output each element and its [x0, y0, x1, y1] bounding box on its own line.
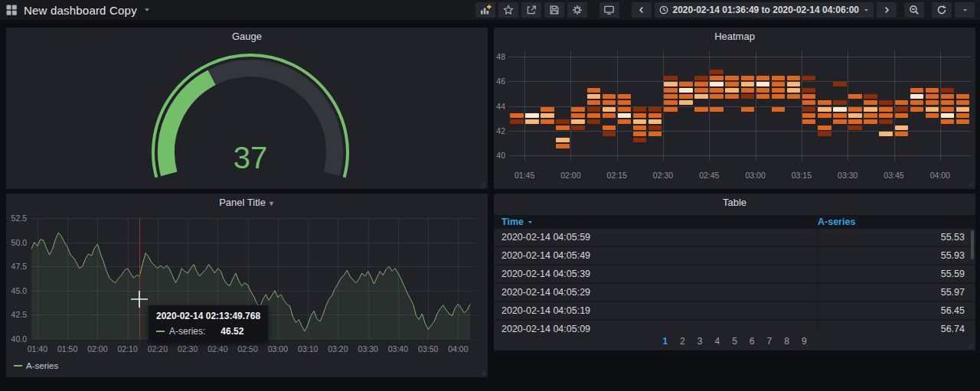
column-header-label: Time: [501, 217, 524, 227]
heatmap-cell: [833, 100, 847, 105]
panel-resize-handle[interactable]: [480, 181, 486, 187]
heatmap-cell: [587, 94, 601, 99]
heatmap-cell: [603, 94, 616, 99]
panel-title-text: Gauge: [232, 31, 262, 42]
table-scrollbar[interactable]: [971, 230, 974, 259]
chevron-down-icon[interactable]: [143, 6, 151, 14]
cell-value: 55.93: [818, 250, 975, 261]
grid-line-vertical: [524, 51, 525, 161]
dashboards-grid-icon[interactable]: [5, 4, 18, 16]
legend-color-dash: [14, 365, 22, 367]
heatmap-cell: [710, 94, 724, 99]
table-row: 2020-02-14 04:05:1956.45: [494, 302, 975, 321]
heatmap-cell: [556, 119, 570, 124]
refresh-interval-dropdown[interactable]: [955, 2, 975, 18]
x-axis-tick-label: 03:45: [880, 171, 908, 180]
table-panel: Table Time A-series 2020-02-14 04:05:595…: [494, 194, 975, 350]
zoom-out-button[interactable]: [904, 2, 924, 18]
heatmap-panel-title[interactable]: Heatmap: [494, 31, 975, 42]
timeseries-plot[interactable]: 52.550.047.545.042.540.001:4001:5002:000…: [6, 194, 488, 377]
gauge-chart[interactable]: 37: [6, 28, 488, 189]
x-axis-tick-label: 03:30: [354, 344, 382, 354]
heatmap-cell: [926, 107, 939, 112]
dashboard-title[interactable]: New dashboard Copy: [24, 4, 137, 17]
table-row: 2020-02-14 04:05:4955.93: [494, 247, 975, 266]
y-axis-tick-label: 45.0: [6, 286, 27, 295]
heatmap-cell: [895, 125, 909, 130]
table-panel-title[interactable]: Table: [494, 197, 975, 208]
y-axis-tick-label: 42.5: [6, 310, 27, 319]
heatmap-cell: [756, 94, 770, 99]
timeseries-panel-title[interactable]: Panel Title▼: [6, 197, 488, 208]
grid-line-vertical: [458, 218, 459, 339]
heatmap-cell: [603, 107, 616, 112]
heatmap-cell: [587, 107, 601, 112]
settings-gear-button[interactable]: [567, 2, 587, 18]
heatmap-cell: [756, 76, 770, 80]
heatmap-cell: [664, 88, 678, 93]
tv-mode-button[interactable]: [599, 2, 619, 18]
refresh-button[interactable]: [932, 2, 952, 18]
heatmap-cell: [648, 132, 662, 136]
heatmap-cell: [956, 94, 970, 99]
x-axis-tick-label: 03:00: [742, 171, 769, 180]
save-button[interactable]: [544, 2, 564, 18]
panel-resize-handle[interactable]: [480, 370, 486, 376]
share-button[interactable]: [521, 2, 541, 18]
legend-item-a-series[interactable]: A-series: [14, 361, 58, 370]
heatmap-cell: [603, 113, 616, 118]
add-panel-button[interactable]: [475, 2, 495, 18]
heatmap-cell: [694, 82, 708, 86]
heatmap-cell: [941, 107, 955, 112]
heatmap-cell: [694, 94, 708, 99]
star-button[interactable]: [498, 2, 518, 18]
page-number-6[interactable]: 6: [750, 336, 755, 347]
column-header-time[interactable]: Time: [494, 217, 818, 227]
x-axis-tick-label: 02:30: [174, 344, 201, 354]
legend-label: A-series: [26, 361, 58, 370]
heatmap-cell: [741, 82, 755, 86]
page-number-7[interactable]: 7: [767, 336, 773, 347]
heatmap-plot[interactable]: 484644424001:4502:0002:1502:3002:4503:00…: [494, 28, 975, 189]
x-axis-tick-label: 03:30: [834, 171, 861, 180]
time-range-picker[interactable]: 2020-02-14 01:36:49 to 2020-02-14 04:06:…: [655, 2, 874, 18]
grid-line-vertical: [67, 218, 68, 339]
heatmap-cell: [525, 119, 539, 124]
x-axis-tick-label: 04:00: [444, 344, 472, 354]
page-number-4[interactable]: 4: [714, 336, 720, 347]
page-number-9[interactable]: 9: [802, 336, 807, 347]
heatmap-cell: [510, 113, 524, 118]
heatmap-cell: [541, 119, 554, 124]
heatmap-cell: [694, 88, 708, 93]
time-shift-back-button[interactable]: [632, 2, 652, 18]
page-number-3[interactable]: 3: [697, 336, 703, 347]
cell-time: 2020-02-14 04:05:09: [494, 324, 818, 334]
heatmap-cell: [833, 119, 847, 124]
heatmap-cell: [556, 138, 570, 142]
page-number-1[interactable]: 1: [662, 336, 668, 347]
gauge-panel-title[interactable]: Gauge: [6, 31, 488, 42]
heatmap-cell: [941, 100, 955, 105]
heatmap-cell: [571, 125, 585, 130]
grid-line-vertical: [570, 51, 571, 161]
grid-line-vertical: [38, 218, 38, 339]
time-shift-forward-button[interactable]: [877, 2, 897, 18]
heatmap-cell: [587, 113, 601, 118]
page-number-8[interactable]: 8: [784, 336, 789, 347]
panel-resize-handle[interactable]: [968, 181, 974, 187]
heatmap-cell: [741, 76, 755, 80]
heatmap-cell: [664, 100, 678, 105]
grid-line-vertical: [308, 218, 309, 339]
panel-resize-handle[interactable]: [968, 343, 974, 349]
heatmap-cell: [603, 132, 616, 136]
heatmap-cell: [710, 76, 724, 80]
column-header-a-series[interactable]: A-series: [818, 217, 975, 227]
heatmap-cell: [910, 100, 924, 105]
heatmap-cell: [571, 119, 585, 124]
grid-line-vertical: [338, 218, 338, 339]
page-number-2[interactable]: 2: [680, 336, 685, 347]
panel-title-text: Table: [723, 197, 746, 208]
page-number-5[interactable]: 5: [732, 336, 737, 347]
gauge-value: 37: [197, 141, 304, 175]
x-axis-tick-label: 03:40: [384, 344, 412, 354]
